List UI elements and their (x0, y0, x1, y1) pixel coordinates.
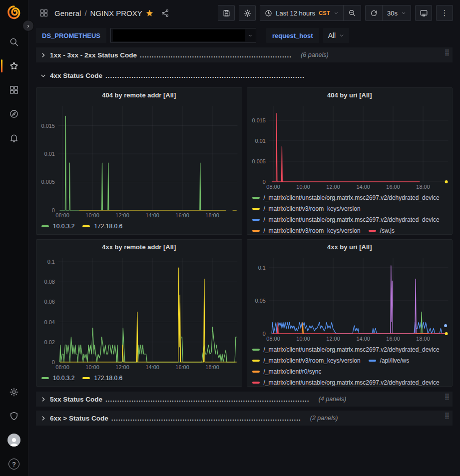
datasource-variable-label[interactable]: DS_PROMETHEUS (36, 28, 106, 43)
legend-item[interactable]: /_matrix/client/unstable/org.matrix.msc2… (252, 192, 440, 203)
legend-item[interactable]: /_matrix/client/v3/room_keys/version (252, 225, 361, 234)
chart-area[interactable]: 08:0010:0012:0014:0016:0018:0000.0050.01… (36, 102, 242, 219)
row-header-1xx[interactable]: 1xx - 3xx - 2xx Status Code ............… (36, 47, 453, 62)
legend-label: /_matrix/client/unstable/org.matrix.msc2… (264, 192, 440, 203)
breadcrumb-section[interactable]: General (54, 9, 81, 17)
star-icon (9, 61, 19, 71)
svg-text:14:00: 14:00 (145, 212, 159, 218)
row-drag-handle[interactable]: ⣿ (445, 394, 450, 399)
row-header-6xx[interactable]: 6xx > Status Code ......................… (36, 411, 453, 426)
svg-text:0.01: 0.01 (255, 138, 265, 144)
bell-icon (9, 133, 19, 143)
sidebar-item-alerting[interactable] (0, 126, 28, 150)
request-host-variable-select[interactable]: All (323, 28, 350, 43)
sidebar-item-configuration[interactable] (0, 380, 28, 404)
row-header-5xx[interactable]: 5xx Status Code ........................… (36, 392, 453, 407)
save-dashboard-button[interactable] (218, 5, 235, 21)
row-title-leader: ........................................… (111, 415, 301, 422)
sidebar-item-dashboards[interactable] (0, 78, 28, 102)
refresh-interval-picker[interactable]: 30s (382, 5, 411, 20)
panel-title[interactable]: 404 by uri [All] (247, 88, 453, 102)
chart-area[interactable]: 08:0010:0012:0014:0016:0018:0000.020.040… (36, 254, 242, 371)
sidebar-expand-button[interactable]: › (23, 20, 33, 31)
row-drag-handle[interactable]: ⣿ (445, 49, 450, 55)
panel-title[interactable]: 4xx by uri [All] (247, 240, 453, 254)
chevron-right-icon (40, 52, 46, 58)
sidebar-item-search[interactable] (0, 30, 28, 54)
help-icon: ? (8, 459, 19, 470)
sidebar-item-profile[interactable] (0, 428, 28, 452)
zoom-out-button[interactable] (343, 5, 361, 20)
panel-title[interactable]: 4xx by remote addr [All] (36, 240, 242, 254)
legend-item[interactable]: /_matrix/client/unstable/org.matrix.msc2… (252, 344, 440, 355)
legend: /_matrix/client/unstable/org.matrix.msc2… (247, 191, 453, 234)
legend-label: /_matrix/client/unstable/org.matrix.msc2… (264, 214, 440, 225)
legend-item[interactable]: /api/live/ws (369, 355, 410, 366)
legend-label: /_matrix/client/v3/room_keys/version (264, 225, 361, 234)
svg-text:16:00: 16:00 (175, 364, 189, 370)
row-title: 1xx - 3xx - 2xx Status Code (50, 51, 137, 59)
svg-text:10:00: 10:00 (85, 364, 99, 370)
legend-item[interactable]: 10.0.3.2 (41, 221, 74, 232)
legend-swatch (82, 377, 90, 379)
svg-text:10:00: 10:00 (85, 212, 99, 218)
panels-grid: 404 by remote addr [All] 08:0010:0012:00… (36, 87, 453, 387)
row-title-leader: ........................................… (105, 396, 310, 403)
sidebar-item-starred[interactable] (0, 54, 28, 78)
svg-text:10:00: 10:00 (296, 184, 310, 190)
chart-area[interactable]: 08:0010:0012:0014:0016:0018:0000.050.1 (247, 254, 453, 343)
svg-text:18:00: 18:00 (416, 184, 430, 190)
legend-swatch (252, 371, 260, 373)
sidebar-item-server-admin[interactable] (0, 404, 28, 428)
shield-icon (9, 411, 19, 421)
legend-item[interactable]: /_matrix/client/v3/room_keys/version (252, 355, 361, 366)
legend-swatch (252, 360, 260, 362)
legend-item[interactable]: /_matrix/client/r0/sync (252, 366, 322, 377)
legend-item[interactable]: /_matrix/client/unstable/org.matrix.msc2… (252, 214, 440, 225)
refresh-button[interactable] (366, 5, 382, 20)
legend-label: /_matrix/client/unstable/org.matrix.msc2… (264, 377, 440, 386)
chart-area[interactable]: 08:0010:0012:0014:0016:0018:0000.0050.01… (247, 102, 453, 191)
refresh-icon (370, 9, 378, 17)
kebab-menu-button[interactable]: ⋮ (436, 5, 453, 21)
row-panel-count: (2 panels) (310, 415, 338, 422)
svg-text:16:00: 16:00 (386, 184, 400, 190)
legend-label: 10.0.3.2 (53, 373, 74, 384)
legend-item[interactable]: /_matrix/client/unstable/org.matrix.msc2… (252, 377, 440, 386)
svg-text:0.1: 0.1 (258, 265, 265, 271)
zoom-out-icon (348, 9, 356, 17)
svg-text:12:00: 12:00 (326, 336, 340, 342)
dashboards-grid-icon (9, 85, 19, 95)
favorite-star-icon[interactable] (145, 9, 154, 17)
share-icon[interactable] (161, 9, 169, 17)
row-header-4xx[interactable]: 4xx Status Code ........................… (36, 68, 453, 83)
legend-item[interactable]: 172.18.0.6 (82, 221, 122, 232)
request-host-variable-value: All (328, 31, 336, 39)
legend-item[interactable]: 172.18.0.6 (82, 373, 122, 384)
legend-label: 172.18.0.6 (94, 221, 122, 232)
svg-text:0.1: 0.1 (47, 259, 55, 265)
row-drag-handle[interactable]: ⣿ (445, 413, 450, 418)
legend-swatch (252, 219, 260, 221)
sidebar-item-help[interactable]: ? (0, 452, 28, 476)
sidebar-item-explore[interactable] (0, 102, 28, 126)
legend-item[interactable]: /_matrix/client/v3/room_keys/version (252, 203, 361, 214)
panel-title[interactable]: 404 by remote addr [All] (36, 88, 242, 102)
datasource-variable-select[interactable] (110, 28, 256, 43)
request-host-variable-label[interactable]: request_host (266, 28, 319, 43)
legend-item[interactable]: /sw.js (369, 225, 395, 234)
time-range-picker[interactable]: Last 12 hours CST (260, 5, 343, 20)
svg-text:08:00: 08:00 (55, 364, 69, 370)
svg-text:18:00: 18:00 (205, 212, 219, 218)
breadcrumb-separator: / (84, 9, 86, 17)
svg-text:0: 0 (262, 179, 265, 185)
legend: 10.0.3.2172.18.0.6 (36, 371, 242, 384)
legend-item[interactable]: 10.0.3.2 (41, 373, 74, 384)
dashboard-settings-button[interactable] (239, 5, 256, 21)
tv-mode-button[interactable] (415, 5, 432, 21)
svg-text:0.015: 0.015 (252, 117, 265, 123)
svg-text:0.08: 0.08 (44, 279, 55, 285)
refresh-interval-label: 30s (387, 9, 398, 17)
legend-label: /_matrix/client/v3/room_keys/version (264, 355, 361, 366)
breadcrumb-title[interactable]: NGINX PROXY (90, 9, 142, 17)
